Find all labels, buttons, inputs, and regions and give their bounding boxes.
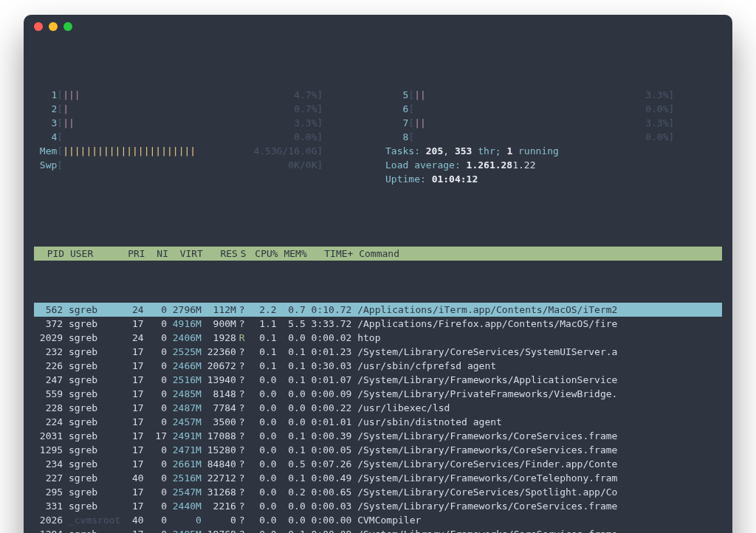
meter-bar: [ 0.0%] — [408, 130, 722, 144]
time: 0:30.03 — [306, 359, 352, 373]
time: 0:01.23 — [306, 345, 352, 359]
command: htop — [351, 331, 722, 345]
res: 900M — [202, 317, 236, 331]
pri: 17 — [120, 317, 143, 331]
meter-bar: [ 0K/0K] — [57, 158, 371, 172]
close-icon[interactable] — [34, 22, 43, 31]
process-row[interactable]: 2029sgreb2402406M1928R0.10.00:00.02htop — [34, 331, 722, 345]
pid: 562 — [34, 303, 63, 317]
time: 3:33.72 — [306, 317, 352, 331]
process-row[interactable]: 295sgreb1702547M31268?0.00.20:00.65/Syst… — [34, 485, 722, 499]
virt: 2471M — [167, 443, 202, 457]
pri: 17 — [120, 527, 143, 533]
time: 0:07.26 — [306, 457, 352, 471]
cpu-meter: 1[||| 4.7%] — [34, 88, 371, 102]
user: sgreb — [63, 401, 120, 415]
ni: 0 — [144, 457, 167, 471]
user: sgreb — [63, 457, 120, 471]
res: 22360 — [202, 345, 236, 359]
pri: 40 — [120, 471, 143, 485]
cpu: 0.1 — [248, 345, 277, 359]
meter-bar: [| 0.7%] — [57, 102, 371, 116]
process-row[interactable]: 247sgreb1702516M13940?0.00.10:01.07/Syst… — [34, 373, 722, 387]
process-row[interactable]: 2026_cvmsroot40000?0.00.00:00.00CVMCompi… — [34, 513, 722, 527]
time: 0:01.01 — [306, 415, 352, 429]
ni: 0 — [144, 373, 167, 387]
meter-label: 3 — [34, 116, 57, 130]
virt: 2547M — [167, 485, 202, 499]
process-row[interactable]: 228sgreb1702487M7784?0.00.00:00.22/usr/l… — [34, 401, 722, 415]
user: sgreb — [63, 429, 120, 443]
res: 1928 — [202, 331, 236, 345]
meter-bar: [ 0.0%] — [408, 102, 722, 116]
cpu: 0.0 — [248, 457, 277, 471]
meter-label: Mem — [34, 144, 57, 158]
load-average: Load average: 1.26 1.28 1.22 — [385, 158, 722, 172]
process-row[interactable]: 227sgreb4002516M22712?0.00.10:00.49/Syst… — [34, 471, 722, 485]
mem: 0.1 — [277, 345, 306, 359]
cpu-meter: 4[ 0.0%] — [34, 130, 371, 144]
maximize-icon[interactable] — [63, 22, 72, 31]
process-row[interactable]: 232sgreb1702525M22360?0.10.10:01.23/Syst… — [34, 345, 722, 359]
process-row[interactable]: 224sgreb1702457M3500?0.00.00:01.01/usr/s… — [34, 415, 722, 429]
process-row[interactable]: 372sgreb1704916M900M?1.15.53:33.72/Appli… — [34, 317, 722, 331]
minimize-icon[interactable] — [49, 22, 58, 31]
htop-screen[interactable]: 1[||| 4.7%]2[| 0.7%]3[|| 3.3%]4[ 0.0%]Me… — [24, 38, 732, 533]
uptime: Uptime: 01:04:12 — [385, 172, 722, 186]
pid: 1295 — [34, 443, 63, 457]
ni: 0 — [144, 499, 167, 513]
state: ? — [236, 471, 248, 485]
command: /usr/sbin/distnoted agent — [351, 415, 722, 429]
state: ? — [236, 303, 248, 317]
process-row[interactable]: 2031sgreb17172491M17088?0.00.10:00.39/Sy… — [34, 429, 722, 443]
mem: 0.0 — [277, 401, 306, 415]
user: sgreb — [63, 471, 120, 485]
process-row[interactable]: 562sgreb2402796M112M?2.20.70:10.72/Appli… — [34, 303, 722, 317]
process-row[interactable]: 1294sgreb1702485M19768?0.00.10:00.08/Sys… — [34, 527, 722, 533]
pid: 2031 — [34, 429, 63, 443]
pid: 559 — [34, 387, 63, 401]
mem: 0.0 — [277, 387, 306, 401]
process-row[interactable]: 226sgreb1702466M20672?0.10.10:30.03/usr/… — [34, 359, 722, 373]
res: 84840 — [202, 457, 236, 471]
meter-bar: [||||||||||||||||||||||| 4.53G/16.0G] — [57, 144, 371, 158]
command: /System/Library/Frameworks/CoreTelephony… — [351, 471, 722, 485]
ni: 0 — [144, 345, 167, 359]
process-row[interactable]: 234sgreb1702661M84840?0.00.50:07.26/Syst… — [34, 457, 722, 471]
process-row[interactable]: 1295sgreb1702471M15280?0.00.10:00.05/Sys… — [34, 443, 722, 457]
process-list[interactable]: 562sgreb2402796M112M?2.20.70:10.72/Appli… — [34, 303, 722, 533]
cpu: 1.1 — [248, 317, 277, 331]
cpu-meter: 7[|| 3.3%] — [385, 116, 722, 130]
process-row[interactable]: 559sgreb1702485M8148?0.00.00:00.09/Syste… — [34, 387, 722, 401]
ni: 0 — [144, 471, 167, 485]
time: 0:01.07 — [306, 373, 352, 387]
state: ? — [236, 485, 248, 499]
time: 0:00.03 — [306, 499, 352, 513]
command: CVMCompiler — [351, 513, 722, 527]
meter-bar: [ 0.0%] — [57, 130, 371, 144]
meter-label: 5 — [385, 88, 408, 102]
command: /System/Library/Frameworks/CoreServices.… — [351, 527, 722, 533]
virt: 2661M — [167, 457, 202, 471]
ni: 17 — [144, 429, 167, 443]
user: sgreb — [63, 443, 120, 457]
state: ? — [236, 429, 248, 443]
time: 0:00.22 — [306, 401, 352, 415]
pri: 17 — [120, 485, 143, 499]
ni: 0 — [144, 359, 167, 373]
process-row[interactable]: 331sgreb1702440M2216?0.00.00:00.03/Syste… — [34, 499, 722, 513]
state: ? — [236, 345, 248, 359]
user: sgreb — [63, 485, 120, 499]
pid: 295 — [34, 485, 63, 499]
meter-label: 6 — [385, 102, 408, 116]
meter-label: Swp — [34, 158, 57, 172]
virt: 2516M — [167, 471, 202, 485]
cpu-meters: 1[||| 4.7%]2[| 0.7%]3[|| 3.3%]4[ 0.0%]Me… — [34, 88, 722, 186]
command: /System/Library/Frameworks/ApplicationSe… — [351, 373, 722, 387]
mem: 0.5 — [277, 457, 306, 471]
pri: 17 — [120, 387, 143, 401]
table-header[interactable]: PIDUSERPRINIVIRTRESSCPU%MEM%TIME+Command — [34, 247, 722, 261]
user: _cvmsroot — [63, 513, 120, 527]
cpu: 0.0 — [248, 415, 277, 429]
virt: 2491M — [167, 429, 202, 443]
